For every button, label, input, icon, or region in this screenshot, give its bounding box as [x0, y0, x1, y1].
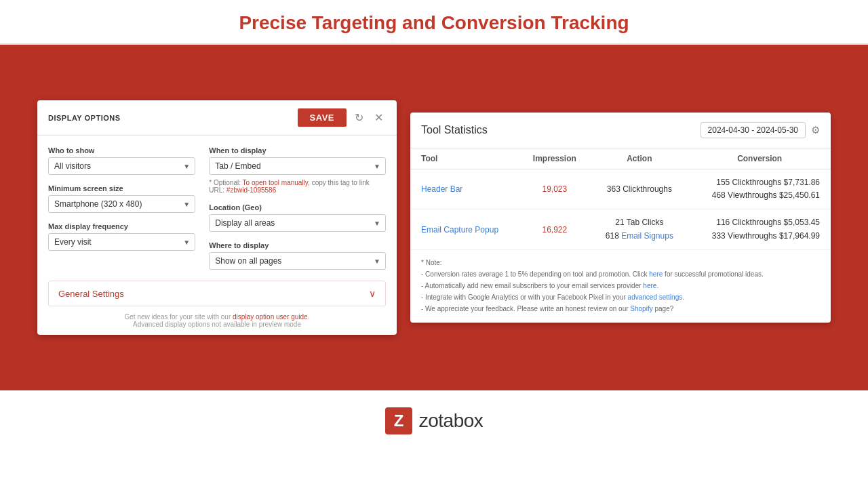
- table-header-row: Tool Impression Action Conversion: [410, 148, 831, 169]
- date-range-text: 2024-04-30 - 2024-05-30: [708, 125, 798, 135]
- impression-value: 16,922: [542, 225, 567, 235]
- when-to-display-select-wrapper: Tab / Embed On load On exit ▼: [209, 157, 386, 175]
- date-range-box[interactable]: 2024-04-30 - 2024-05-30: [701, 122, 806, 138]
- col-tool: Tool: [410, 148, 519, 169]
- when-to-display-group: When to display Tab / Embed On load On e…: [209, 146, 386, 194]
- tool-cell: Email Capture Popup: [410, 209, 519, 249]
- location-geo-select-wrapper: Display all areas Specific country Speci…: [209, 214, 386, 232]
- display-option-user-guide-link[interactable]: display option user guide: [233, 313, 308, 321]
- zotabox-logo: Z zotabox: [385, 407, 484, 434]
- footer-text: Get new ideas for your site with our dis…: [48, 313, 386, 321]
- when-to-display-label: When to display: [209, 146, 386, 155]
- tag-link[interactable]: #zbwid-1095586: [226, 186, 276, 194]
- where-to-display-label: Where to display: [209, 241, 386, 249]
- where-to-display-select-wrapper: Show on all pages Specific pages Homepag…: [209, 252, 386, 270]
- display-options-panel: DISPLAY OPTIONS SAVE ↻ ✕ Who to show All…: [37, 100, 397, 335]
- min-screen-size-group: Minimum screen size Smartphone (320 x 48…: [48, 184, 195, 213]
- chevron-down-icon: ∨: [369, 288, 376, 299]
- svg-text:Z: Z: [393, 411, 403, 430]
- logo-text: zotabox: [419, 410, 484, 432]
- right-column: When to display Tab / Embed On load On e…: [209, 146, 386, 270]
- header-actions: SAVE ↻ ✕: [298, 108, 386, 127]
- optional-note: * Optional: To open tool manually, copy …: [209, 179, 386, 194]
- conversion-cell: 155 Clickthroughs $7,731.86468 Viewthrou…: [688, 169, 831, 209]
- stats-header-right: 2024-04-30 - 2024-05-30 ⚙: [701, 122, 820, 138]
- impression-value: 19,023: [542, 184, 567, 194]
- conversion-cell: 116 Clickthroughs $5,053.45333 Viewthrou…: [688, 209, 831, 249]
- when-to-display-select[interactable]: Tab / Embed On load On exit: [209, 157, 386, 175]
- footer-note: Advanced display options not available i…: [48, 321, 386, 328]
- panel-footer: Get new ideas for your site with our dis…: [37, 306, 397, 335]
- tool-cell: Header Bar: [410, 169, 519, 209]
- stats-table: Tool Impression Action Conversion Header…: [410, 148, 831, 250]
- who-to-show-label: Who to show: [48, 146, 195, 155]
- impression-cell: 16,922: [519, 209, 590, 249]
- header-bar-link[interactable]: Header Bar: [421, 184, 462, 194]
- refresh-button[interactable]: ↻: [352, 110, 366, 125]
- note-line-2: - Automatically add new email subscriber…: [421, 280, 820, 291]
- email-capture-popup-link[interactable]: Email Capture Popup: [421, 225, 498, 235]
- close-button[interactable]: ✕: [372, 110, 386, 125]
- impression-cell: 19,023: [519, 169, 590, 209]
- max-display-freq-label: Max display frequency: [48, 222, 195, 230]
- table-row: Email Capture Popup 16,922 21 Tab Clicks…: [410, 209, 831, 249]
- who-to-show-select-wrapper: All visitors New visitors Returning visi…: [48, 157, 195, 175]
- left-column: Who to show All visitors New visitors Re…: [48, 146, 195, 270]
- table-row: Header Bar 19,023 363 Clickthroughs 155 …: [410, 169, 831, 209]
- location-geo-label: Location (Geo): [209, 203, 386, 211]
- advanced-settings-link[interactable]: advanced settings: [628, 293, 683, 301]
- where-to-display-group: Where to display Show on all pages Speci…: [209, 241, 386, 270]
- gear-icon[interactable]: ⚙: [811, 124, 820, 136]
- page-header: Precise Targeting and Conversion Trackin…: [0, 0, 868, 45]
- page-footer: Z zotabox: [0, 390, 868, 451]
- note-line-4: - We appreciate your feedback. Please wr…: [421, 303, 820, 314]
- col-action: Action: [590, 148, 688, 169]
- panel-header: DISPLAY OPTIONS SAVE ↻ ✕: [37, 100, 397, 136]
- min-screen-size-select-wrapper: Smartphone (320 x 480) Tablet (768 x 102…: [48, 195, 195, 213]
- shopify-link[interactable]: Shopify: [630, 305, 652, 312]
- panel-body: Who to show All visitors New visitors Re…: [37, 136, 397, 281]
- max-display-freq-group: Max display frequency Every visit Once p…: [48, 222, 195, 251]
- general-settings-label: General Settings: [58, 289, 124, 299]
- stats-panel: Tool Statistics 2024-04-30 - 2024-05-30 …: [410, 113, 831, 323]
- save-button[interactable]: SAVE: [298, 108, 347, 127]
- max-display-freq-select-wrapper: Every visit Once per day Once per sessio…: [48, 233, 195, 251]
- note-here-link-1[interactable]: here: [649, 270, 663, 278]
- location-geo-select[interactable]: Display all areas Specific country Speci…: [209, 214, 386, 232]
- open-tool-manually-link[interactable]: To open tool manually: [243, 179, 309, 186]
- notes-title: * Note:: [421, 257, 820, 268]
- action-cell: 363 Clickthroughs: [590, 169, 688, 209]
- min-screen-size-select[interactable]: Smartphone (320 x 480) Tablet (768 x 102…: [48, 195, 195, 213]
- min-screen-size-label: Minimum screen size: [48, 184, 195, 192]
- zotabox-logo-icon: Z: [385, 407, 412, 434]
- main-area: DISPLAY OPTIONS SAVE ↻ ✕ Who to show All…: [0, 45, 868, 390]
- action-cell: 21 Tab Clicks618 Email Signups: [590, 209, 688, 249]
- max-display-freq-select[interactable]: Every visit Once per day Once per sessio…: [48, 233, 195, 251]
- panel-title: DISPLAY OPTIONS: [48, 114, 121, 122]
- note-line-3: - Integrate with Google Analytics or wit…: [421, 291, 820, 303]
- who-to-show-select[interactable]: All visitors New visitors Returning visi…: [48, 157, 195, 175]
- notes-section: * Note: - Conversion rates average 1 to …: [410, 250, 831, 321]
- col-conversion: Conversion: [688, 148, 831, 169]
- page-title: Precise Targeting and Conversion Trackin…: [0, 12, 868, 34]
- email-signups-link[interactable]: Email Signups: [621, 231, 673, 241]
- stats-header: Tool Statistics 2024-04-30 - 2024-05-30 …: [410, 113, 831, 148]
- note-here-link-2[interactable]: here: [643, 282, 656, 289]
- location-geo-group: Location (Geo) Display all areas Specifi…: [209, 203, 386, 232]
- where-to-display-select[interactable]: Show on all pages Specific pages Homepag…: [209, 252, 386, 270]
- stats-title: Tool Statistics: [421, 124, 488, 136]
- general-settings-bar[interactable]: General Settings ∨: [48, 281, 386, 306]
- col-impression: Impression: [519, 148, 590, 169]
- who-to-show-group: Who to show All visitors New visitors Re…: [48, 146, 195, 175]
- note-line-1: - Conversion rates average 1 to 5% depen…: [421, 268, 820, 280]
